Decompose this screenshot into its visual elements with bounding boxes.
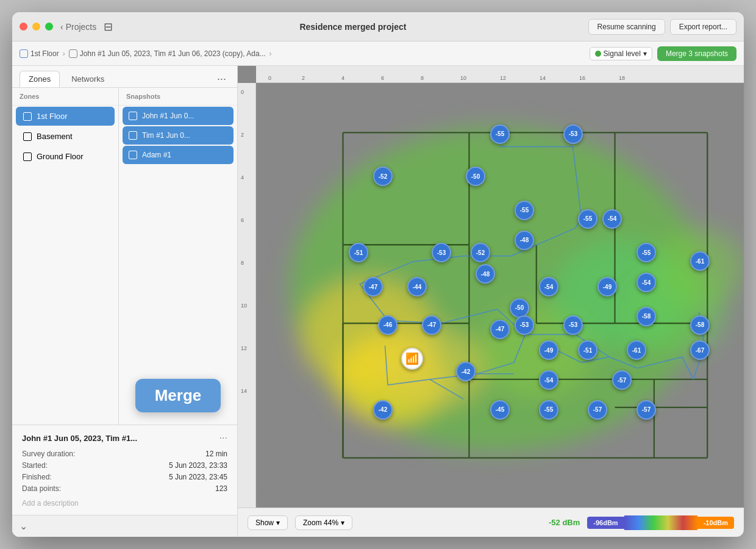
snapshot-icon (69, 49, 77, 58)
zone-icon (23, 152, 32, 161)
minimize-button[interactable] (32, 23, 40, 30)
ruler-mark-left-12: 12 (241, 345, 247, 351)
nav-buttons: ‹ Projects (60, 22, 96, 32)
ruler-mark-left-0: 0 (241, 89, 244, 95)
snapshot-icon (129, 131, 137, 140)
finished-label: Finished: (22, 473, 52, 481)
sidebar-info: John #1 Jun 05, 2023, Tim #1... ··· Surv… (12, 425, 237, 515)
scale-bar (624, 515, 697, 530)
sidebar-footer: ⌄ (12, 515, 237, 537)
signal-scale: -96dBm -10dBm (587, 515, 734, 530)
zone-label: 1st Floor (37, 112, 68, 121)
snapshot-item-john[interactable]: John #1 Jun 0... (123, 107, 234, 125)
sidebar: Zones Networks ··· Zones 1st Floor (12, 66, 238, 537)
zones-column: Zones 1st Floor Basement Ground Floor (12, 88, 119, 425)
info-row-datapoints: Data points: 123 (22, 484, 227, 493)
signal-chevron-icon: ▾ (643, 49, 647, 58)
ruler-mark-left-2: 2 (241, 132, 244, 138)
snapshot-list: John #1 Jun 0... Tim #1 Jun 0... Adam #1 (119, 106, 237, 367)
ruler-mark-4: 4 (341, 75, 344, 81)
data-points-label: Data points: (22, 484, 61, 493)
traffic-lights (20, 23, 53, 30)
sidebar-tabs: Zones Networks ··· (12, 66, 237, 88)
ruler-mark-left-8: 8 (241, 260, 244, 266)
map-viewport[interactable]: -55-53-52-50-55-55-51-53-52-48-54-55-61-… (256, 83, 744, 508)
maximize-button[interactable] (45, 23, 53, 30)
breadcrumb-sep-1: › (63, 49, 65, 58)
started-label: Started: (22, 461, 48, 470)
snapshot-icon (129, 112, 137, 120)
ruler-mark-12: 12 (500, 75, 506, 81)
ruler-mark-left-6: 6 (241, 217, 244, 223)
toolbar: 1st Floor › John #1 Jun 05, 2023, Tim #1… (12, 41, 744, 66)
zoom-label: Zoom 44% (303, 518, 338, 527)
show-chevron-icon: ▾ (276, 518, 280, 527)
zone-label: Ground Floor (37, 152, 84, 161)
export-report-button[interactable]: Export report... (670, 19, 736, 35)
snapshot-item-tim[interactable]: Tim #1 Jun 0... (123, 126, 234, 145)
info-row-duration: Survey duration: 12 min (22, 450, 227, 458)
zone-item-basement[interactable]: Basement (16, 127, 115, 146)
breadcrumb-floor-label: 1st Floor (30, 49, 59, 58)
ruler-mark-16: 16 (579, 75, 585, 81)
collapse-button[interactable]: ⌄ (20, 520, 27, 532)
ruler-mark-left-14: 14 (241, 388, 247, 394)
zone-label: Basement (37, 132, 73, 141)
data-points-value: 123 (215, 484, 227, 493)
zone-item-1st-floor[interactable]: 1st Floor (16, 107, 115, 126)
projects-link[interactable]: Projects (66, 22, 97, 32)
breadcrumb-floor[interactable]: 1st Floor (20, 49, 59, 58)
titlebar: ‹ Projects ⊟ Residence merged project Re… (12, 12, 744, 41)
resume-scanning-button[interactable]: Resume scanning (588, 19, 665, 35)
show-label: Show (255, 518, 274, 527)
chevron-left-icon: ‹ (60, 22, 63, 32)
started-value: 5 Jun 2023, 23:33 (169, 461, 227, 470)
scale-min-label: -96dBm (587, 517, 624, 529)
snapshot-label: Adam #1 (142, 151, 171, 159)
ruler-mark-left-10: 10 (241, 303, 247, 309)
snapshots-column: Snapshots John #1 Jun 0... Tim #1 Jun 0.… (119, 88, 237, 425)
main-content: Zones Networks ··· Zones 1st Floor (12, 66, 744, 537)
back-button[interactable]: ‹ Projects (60, 22, 96, 32)
info-title-text: John #1 Jun 05, 2023, Tim #1... (22, 434, 137, 443)
info-more-button[interactable]: ··· (219, 432, 227, 443)
zone-item-ground-floor[interactable]: Ground Floor (16, 147, 115, 166)
zoom-button[interactable]: Zoom 44% ▾ (295, 515, 352, 530)
signal-average: -52 dBm (549, 518, 580, 527)
ruler-mark-2: 2 (302, 75, 305, 81)
more-options-button[interactable]: ··· (213, 73, 230, 85)
tab-networks[interactable]: Networks (62, 71, 113, 87)
zone-icon (23, 112, 32, 121)
window-title: Residence merged project (118, 22, 588, 32)
scale-max-label: -10dBm (697, 517, 734, 529)
show-button[interactable]: Show ▾ (248, 515, 288, 530)
breadcrumb-snapshot[interactable]: John #1 Jun 05, 2023, Tim #1 Jun 06, 202… (69, 49, 266, 58)
ruler-mark-18: 18 (619, 75, 625, 81)
svg-point-4 (385, 329, 486, 407)
info-row-started: Started: 5 Jun 2023, 23:33 (22, 461, 227, 470)
merge-popup-button[interactable]: Merge (135, 379, 221, 412)
zone-icon (23, 132, 32, 141)
zoom-chevron-icon: ▾ (341, 518, 344, 527)
ruler-mark-6: 6 (381, 75, 384, 81)
snapshot-item-adam[interactable]: Adam #1 (123, 146, 234, 164)
finished-value: 5 Jun 2023, 23:45 (169, 473, 227, 481)
snapshot-label: Tim #1 Jun 0... (142, 131, 190, 140)
titlebar-actions: Resume scanning Export report... (588, 19, 736, 35)
merge-snapshots-button[interactable]: Merge 3 snapshots (657, 46, 736, 61)
snapshots-column-header: Snapshots (119, 88, 237, 106)
info-title: John #1 Jun 05, 2023, Tim #1... ··· (22, 432, 227, 443)
ruler-mark-14: 14 (540, 75, 546, 81)
close-button[interactable] (20, 23, 27, 30)
signal-select[interactable]: Signal level ▾ (590, 47, 652, 60)
zones-list: 1st Floor Basement Ground Floor (12, 106, 118, 425)
zones-column-header: Zones (12, 88, 118, 106)
sidebar-columns: Zones 1st Floor Basement Ground Floor (12, 88, 237, 425)
info-row-finished: Finished: 5 Jun 2023, 23:45 (22, 473, 227, 481)
svg-point-8 (654, 228, 744, 307)
snapshot-label: John #1 Jun 0... (142, 112, 194, 120)
tab-zones[interactable]: Zones (20, 71, 60, 87)
map-container[interactable]: 0 2 4 6 8 10 12 14 16 18 0 2 4 6 8 10 12… (238, 66, 744, 537)
description-field[interactable]: Add a description (22, 499, 227, 508)
sidebar-toggle-button[interactable]: ⊟ (104, 20, 113, 34)
